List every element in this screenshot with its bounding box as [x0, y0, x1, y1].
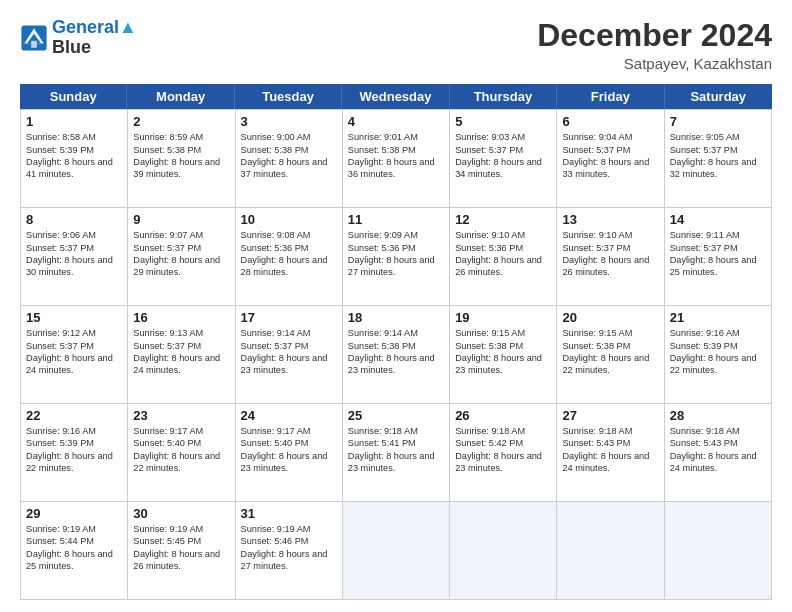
calendar-cell [450, 502, 557, 600]
calendar-cell: 5 Sunrise: 9:03 AM Sunset: 5:37 PM Dayli… [450, 110, 557, 208]
daylight-text: Daylight: 8 hours and 23 minutes. [241, 450, 337, 475]
day-number: 18 [348, 310, 444, 325]
sunrise-text: Sunrise: 9:05 AM [670, 131, 766, 143]
daylight-text: Daylight: 8 hours and 22 minutes. [26, 450, 122, 475]
calendar-cell: 7 Sunrise: 9:05 AM Sunset: 5:37 PM Dayli… [665, 110, 772, 208]
sunrise-text: Sunrise: 9:18 AM [562, 425, 658, 437]
svg-rect-3 [31, 41, 37, 48]
sunrise-text: Sunrise: 9:03 AM [455, 131, 551, 143]
calendar-cell: 18 Sunrise: 9:14 AM Sunset: 5:38 PM Dayl… [343, 306, 450, 404]
daylight-text: Daylight: 8 hours and 23 minutes. [241, 352, 337, 377]
calendar-cell: 15 Sunrise: 9:12 AM Sunset: 5:37 PM Dayl… [21, 306, 128, 404]
day-number: 16 [133, 310, 229, 325]
header-tuesday: Tuesday [235, 84, 342, 109]
daylight-text: Daylight: 8 hours and 24 minutes. [26, 352, 122, 377]
sunrise-text: Sunrise: 9:15 AM [455, 327, 551, 339]
calendar-cell: 29 Sunrise: 9:19 AM Sunset: 5:44 PM Dayl… [21, 502, 128, 600]
sunset-text: Sunset: 5:42 PM [455, 437, 551, 449]
title-block: December 2024 Satpayev, Kazakhstan [537, 18, 772, 72]
day-number: 26 [455, 408, 551, 423]
sunset-text: Sunset: 5:40 PM [241, 437, 337, 449]
calendar-cell: 26 Sunrise: 9:18 AM Sunset: 5:42 PM Dayl… [450, 404, 557, 502]
calendar-cell: 19 Sunrise: 9:15 AM Sunset: 5:38 PM Dayl… [450, 306, 557, 404]
daylight-text: Daylight: 8 hours and 26 minutes. [455, 254, 551, 279]
daylight-text: Daylight: 8 hours and 25 minutes. [670, 254, 766, 279]
calendar-cell: 2 Sunrise: 8:59 AM Sunset: 5:38 PM Dayli… [128, 110, 235, 208]
sunrise-text: Sunrise: 8:59 AM [133, 131, 229, 143]
daylight-text: Daylight: 8 hours and 24 minutes. [133, 352, 229, 377]
calendar-cell [557, 502, 664, 600]
calendar-cell: 10 Sunrise: 9:08 AM Sunset: 5:36 PM Dayl… [236, 208, 343, 306]
day-number: 30 [133, 506, 229, 521]
day-number: 1 [26, 114, 122, 129]
day-number: 24 [241, 408, 337, 423]
calendar-cell: 17 Sunrise: 9:14 AM Sunset: 5:37 PM Dayl… [236, 306, 343, 404]
sunset-text: Sunset: 5:43 PM [562, 437, 658, 449]
calendar-cell: 25 Sunrise: 9:18 AM Sunset: 5:41 PM Dayl… [343, 404, 450, 502]
sunrise-text: Sunrise: 9:15 AM [562, 327, 658, 339]
daylight-text: Daylight: 8 hours and 23 minutes. [348, 450, 444, 475]
daylight-text: Daylight: 8 hours and 22 minutes. [670, 352, 766, 377]
daylight-text: Daylight: 8 hours and 26 minutes. [562, 254, 658, 279]
day-number: 17 [241, 310, 337, 325]
day-number: 2 [133, 114, 229, 129]
sunset-text: Sunset: 5:38 PM [348, 340, 444, 352]
sunrise-text: Sunrise: 9:17 AM [241, 425, 337, 437]
sunrise-text: Sunrise: 9:06 AM [26, 229, 122, 241]
sunset-text: Sunset: 5:45 PM [133, 535, 229, 547]
sunrise-text: Sunrise: 9:19 AM [26, 523, 122, 535]
sunset-text: Sunset: 5:37 PM [133, 242, 229, 254]
sunset-text: Sunset: 5:37 PM [670, 144, 766, 156]
sunrise-text: Sunrise: 9:11 AM [670, 229, 766, 241]
sunrise-text: Sunrise: 8:58 AM [26, 131, 122, 143]
calendar-cell: 9 Sunrise: 9:07 AM Sunset: 5:37 PM Dayli… [128, 208, 235, 306]
sunset-text: Sunset: 5:38 PM [562, 340, 658, 352]
sunrise-text: Sunrise: 9:04 AM [562, 131, 658, 143]
header-thursday: Thursday [450, 84, 557, 109]
sunrise-text: Sunrise: 9:07 AM [133, 229, 229, 241]
sunrise-text: Sunrise: 9:10 AM [562, 229, 658, 241]
daylight-text: Daylight: 8 hours and 37 minutes. [241, 156, 337, 181]
sunset-text: Sunset: 5:37 PM [26, 340, 122, 352]
daylight-text: Daylight: 8 hours and 29 minutes. [133, 254, 229, 279]
header-sunday: Sunday [20, 84, 127, 109]
day-number: 12 [455, 212, 551, 227]
calendar-cell: 13 Sunrise: 9:10 AM Sunset: 5:37 PM Dayl… [557, 208, 664, 306]
header-friday: Friday [557, 84, 664, 109]
daylight-text: Daylight: 8 hours and 41 minutes. [26, 156, 122, 181]
sunrise-text: Sunrise: 9:12 AM [26, 327, 122, 339]
sunset-text: Sunset: 5:39 PM [26, 437, 122, 449]
day-number: 25 [348, 408, 444, 423]
sunrise-text: Sunrise: 9:10 AM [455, 229, 551, 241]
daylight-text: Daylight: 8 hours and 25 minutes. [26, 548, 122, 573]
sunrise-text: Sunrise: 9:00 AM [241, 131, 337, 143]
daylight-text: Daylight: 8 hours and 34 minutes. [455, 156, 551, 181]
sunrise-text: Sunrise: 9:14 AM [241, 327, 337, 339]
sunrise-text: Sunrise: 9:09 AM [348, 229, 444, 241]
daylight-text: Daylight: 8 hours and 30 minutes. [26, 254, 122, 279]
sunrise-text: Sunrise: 9:16 AM [26, 425, 122, 437]
calendar-cell: 14 Sunrise: 9:11 AM Sunset: 5:37 PM Dayl… [665, 208, 772, 306]
calendar-cell: 4 Sunrise: 9:01 AM Sunset: 5:38 PM Dayli… [343, 110, 450, 208]
sunset-text: Sunset: 5:37 PM [241, 340, 337, 352]
daylight-text: Daylight: 8 hours and 24 minutes. [562, 450, 658, 475]
calendar-cell: 21 Sunrise: 9:16 AM Sunset: 5:39 PM Dayl… [665, 306, 772, 404]
sunrise-text: Sunrise: 9:13 AM [133, 327, 229, 339]
day-number: 13 [562, 212, 658, 227]
calendar-cell: 31 Sunrise: 9:19 AM Sunset: 5:46 PM Dayl… [236, 502, 343, 600]
daylight-text: Daylight: 8 hours and 24 minutes. [670, 450, 766, 475]
logo-icon [20, 24, 48, 52]
daylight-text: Daylight: 8 hours and 22 minutes. [562, 352, 658, 377]
calendar-cell: 23 Sunrise: 9:17 AM Sunset: 5:40 PM Dayl… [128, 404, 235, 502]
logo-line2: Blue [52, 38, 137, 58]
calendar-cell [343, 502, 450, 600]
sunset-text: Sunset: 5:38 PM [241, 144, 337, 156]
sunrise-text: Sunrise: 9:14 AM [348, 327, 444, 339]
calendar-cell: 8 Sunrise: 9:06 AM Sunset: 5:37 PM Dayli… [21, 208, 128, 306]
day-number: 10 [241, 212, 337, 227]
calendar-cell: 30 Sunrise: 9:19 AM Sunset: 5:45 PM Dayl… [128, 502, 235, 600]
header-wednesday: Wednesday [342, 84, 449, 109]
sunrise-text: Sunrise: 9:19 AM [133, 523, 229, 535]
calendar-header: Sunday Monday Tuesday Wednesday Thursday… [20, 84, 772, 109]
month-title: December 2024 [537, 18, 772, 53]
